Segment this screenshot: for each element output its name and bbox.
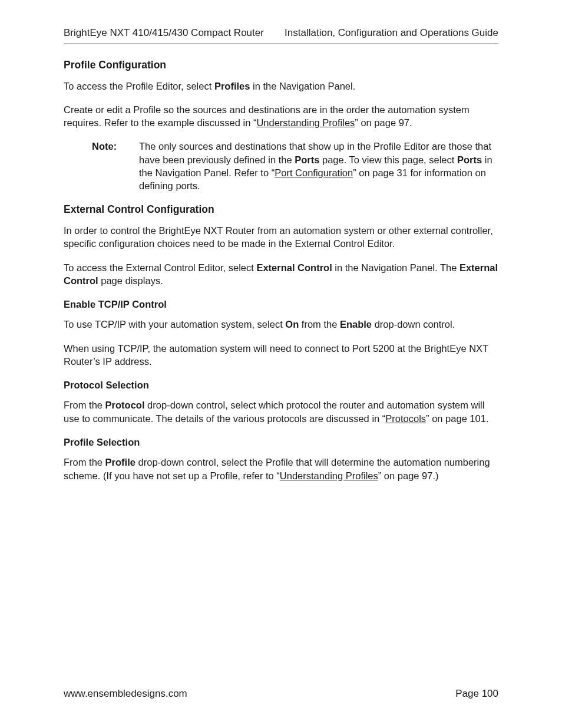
link-understanding-profiles[interactable]: Understanding Profiles — [280, 470, 378, 481]
header-left: BrightEye NXT 410/415/430 Compact Router — [64, 27, 264, 40]
paragraph: Create or edit a Profile so the sources … — [64, 103, 498, 130]
text: ” on page 97.) — [378, 470, 439, 481]
link-understanding-profiles[interactable]: Understanding Profiles — [256, 117, 355, 128]
document-page: BrightEye NXT 410/415/430 Compact Router… — [0, 0, 562, 728]
paragraph: To use TCP/IP with your automation syste… — [64, 318, 498, 331]
text: To use TCP/IP with your automation syste… — [64, 319, 285, 330]
bold-text: Profiles — [214, 81, 250, 91]
text: From the — [64, 400, 105, 410]
note-block: Note: The only sources and destinations … — [92, 140, 498, 192]
footer-page-number: Page 100 — [455, 687, 498, 701]
bold-text: Protocol — [105, 400, 145, 410]
bold-text: Ports — [457, 154, 482, 165]
text: To access the External Control Editor, s… — [64, 262, 256, 273]
heading-profile-selection: Profile Selection — [64, 436, 498, 449]
text: page. To view this page, select — [319, 154, 457, 165]
paragraph: To access the External Control Editor, s… — [64, 261, 498, 288]
heading-protocol-selection: Protocol Selection — [64, 378, 498, 391]
bold-text: Ports — [295, 154, 319, 165]
paragraph: From the Profile drop-down control, sele… — [64, 456, 498, 482]
link-port-configuration[interactable]: Port Configuration — [275, 167, 353, 178]
heading-external-control-configuration: External Control Configuration — [64, 203, 498, 217]
link-protocols[interactable]: Protocols — [385, 413, 426, 424]
text: in the Navigation Panel. — [250, 81, 355, 91]
paragraph: From the Protocol drop-down control, sel… — [64, 398, 498, 425]
note-label: Note: — [92, 140, 139, 192]
heading-enable-tcpip-control: Enable TCP/IP Control — [64, 298, 498, 311]
page-footer: www.ensembledesigns.com Page 100 — [64, 687, 498, 701]
text: ” on page 97. — [355, 117, 412, 128]
text: drop-down control. — [372, 319, 455, 330]
paragraph: In order to control the BrightEye NXT Ro… — [64, 224, 498, 251]
text: from the — [299, 319, 340, 330]
note-body: The only sources and destinations that s… — [139, 140, 498, 192]
text: ” on page 101. — [426, 413, 488, 424]
paragraph: To access the Profile Editor, select Pro… — [64, 80, 498, 93]
bold-text: On — [285, 319, 299, 330]
text: page displays. — [98, 275, 163, 286]
text: To access the Profile Editor, select — [64, 81, 214, 91]
text: From the — [64, 457, 105, 467]
bold-text: External Control — [256, 262, 332, 273]
page-header: BrightEye NXT 410/415/430 Compact Router… — [64, 27, 498, 44]
header-right: Installation, Configuration and Operatio… — [285, 27, 498, 40]
bold-text: Enable — [340, 319, 372, 330]
heading-profile-configuration: Profile Configuration — [64, 58, 498, 73]
paragraph: When using TCP/IP, the automation system… — [64, 342, 498, 368]
bold-text: Profile — [105, 457, 135, 467]
footer-url: www.ensembledesigns.com — [64, 687, 187, 701]
header-rule — [64, 44, 498, 44]
text: in the Navigation Panel. The — [332, 262, 459, 273]
